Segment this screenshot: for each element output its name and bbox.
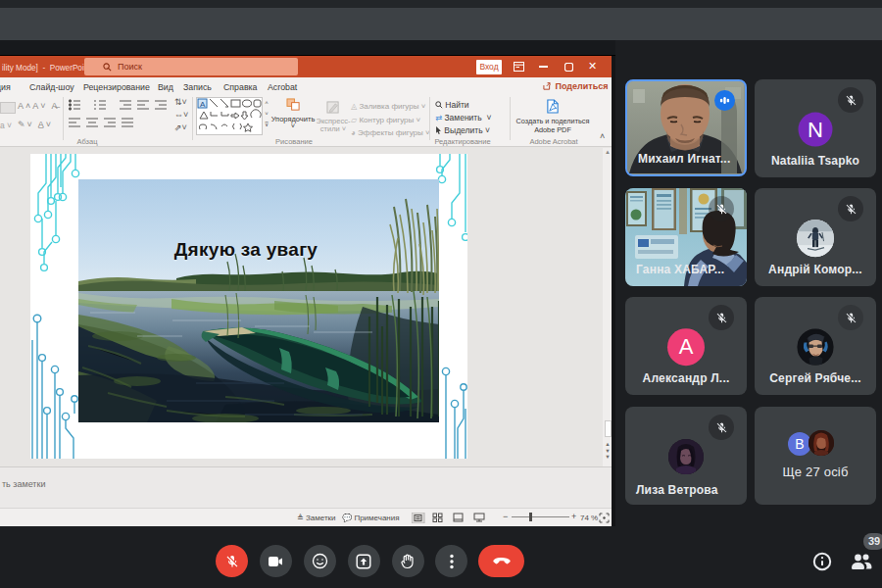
svg-text:A: A xyxy=(200,100,206,109)
